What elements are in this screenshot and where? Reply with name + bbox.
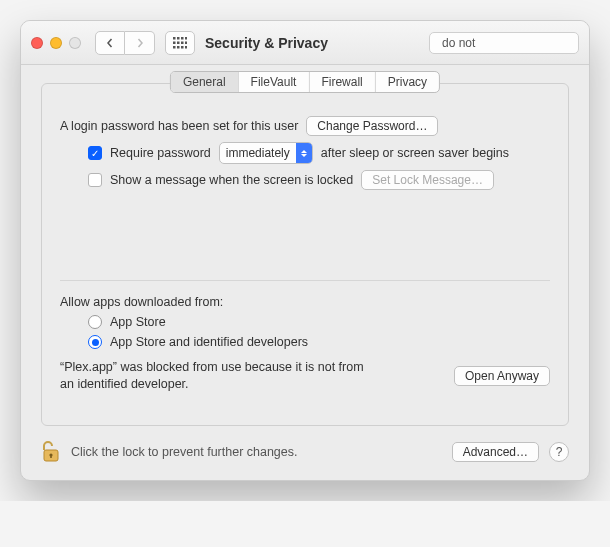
preferences-window: Security & Privacy ✕ General FileVault F…: [20, 20, 590, 481]
content-area: General FileVault Firewall Privacy A log…: [21, 65, 589, 480]
lock-hint-text: Click the lock to prevent further change…: [71, 445, 298, 459]
svg-rect-6: [181, 41, 184, 44]
general-panel: General FileVault Firewall Privacy A log…: [41, 83, 569, 426]
svg-rect-7: [185, 41, 187, 44]
grid-icon: [173, 37, 187, 49]
login-password-row: A login password has been set for this u…: [60, 116, 550, 136]
tab-bar: General FileVault Firewall Privacy: [170, 71, 440, 93]
help-button[interactable]: ?: [549, 442, 569, 462]
close-window-button[interactable]: [31, 37, 43, 49]
radio-identified-label: App Store and identified developers: [110, 335, 308, 349]
radio-identified-developers[interactable]: [88, 335, 102, 349]
change-password-button[interactable]: Change Password…: [306, 116, 438, 136]
svg-rect-1: [177, 37, 180, 40]
svg-rect-8: [173, 46, 176, 49]
show-lock-message-row: Show a message when the screen is locked…: [88, 170, 550, 190]
open-anyway-button[interactable]: Open Anyway: [454, 366, 550, 386]
svg-rect-4: [173, 41, 176, 44]
svg-rect-2: [181, 37, 184, 40]
svg-rect-9: [177, 46, 180, 49]
tab-general[interactable]: General: [171, 72, 238, 92]
tab-filevault[interactable]: FileVault: [238, 72, 309, 92]
svg-rect-5: [177, 41, 180, 44]
svg-rect-10: [181, 46, 184, 49]
titlebar: Security & Privacy ✕: [21, 21, 589, 65]
unlocked-lock-icon: [41, 440, 61, 464]
lock-button[interactable]: [41, 440, 61, 464]
tab-firewall[interactable]: Firewall: [308, 72, 374, 92]
show-all-button[interactable]: [165, 31, 195, 55]
allow-app-store-row: App Store: [88, 315, 550, 329]
allow-apps-heading: Allow apps downloaded from:: [60, 295, 223, 309]
svg-rect-0: [173, 37, 176, 40]
radio-app-store-label: App Store: [110, 315, 166, 329]
minimize-window-button[interactable]: [50, 37, 62, 49]
tab-privacy[interactable]: Privacy: [375, 72, 439, 92]
search-field[interactable]: ✕: [429, 32, 579, 54]
zoom-window-button[interactable]: [69, 37, 81, 49]
login-password-text: A login password has been set for this u…: [60, 119, 298, 133]
require-password-delay-select[interactable]: immediately: [219, 142, 313, 164]
traffic-lights: [31, 37, 81, 49]
require-password-delay-value: immediately: [220, 145, 296, 161]
footer: Click the lock to prevent further change…: [41, 440, 569, 464]
svg-rect-16: [50, 455, 52, 458]
show-lock-message-label: Show a message when the screen is locked: [110, 173, 353, 187]
radio-app-store[interactable]: [88, 315, 102, 329]
back-button[interactable]: [95, 31, 125, 55]
require-password-prefix: Require password: [110, 146, 211, 160]
blocked-app-row: “Plex.app” was blocked from use because …: [60, 359, 550, 393]
svg-rect-11: [185, 46, 187, 49]
require-password-row: ✓ Require password immediately after sle…: [88, 142, 550, 164]
show-lock-message-checkbox[interactable]: [88, 173, 102, 187]
forward-button[interactable]: [125, 31, 155, 55]
blocked-app-message: “Plex.app” was blocked from use because …: [60, 359, 370, 393]
chevron-left-icon: [105, 38, 115, 48]
chevron-right-icon: [135, 38, 145, 48]
section-divider: [60, 280, 550, 281]
allow-apps-heading-row: Allow apps downloaded from:: [60, 295, 550, 309]
svg-rect-3: [185, 37, 187, 40]
stepper-arrows-icon: [296, 143, 312, 163]
set-lock-message-button: Set Lock Message…: [361, 170, 494, 190]
allow-identified-row: App Store and identified developers: [88, 335, 550, 349]
require-password-checkbox[interactable]: ✓: [88, 146, 102, 160]
search-input[interactable]: [440, 35, 590, 51]
nav-buttons: [95, 31, 155, 55]
advanced-button[interactable]: Advanced…: [452, 442, 539, 462]
window-title: Security & Privacy: [205, 35, 328, 51]
require-password-suffix: after sleep or screen saver begins: [321, 146, 509, 160]
